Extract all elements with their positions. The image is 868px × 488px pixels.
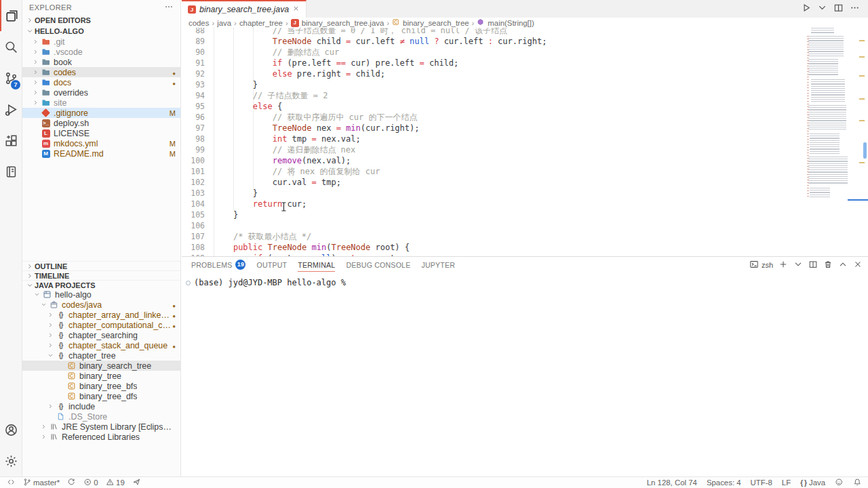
tab-binary-search-tree[interactable]: J binary_search_tree.java [182, 0, 307, 18]
activity-bar-item files-icon[interactable] [0, 0, 22, 31]
explorer-item-README.md[interactable]: MREADME.mdM [22, 148, 180, 159]
code-line-96[interactable]: 96 // 获取中序遍历中 cur 的下一个结点 [182, 112, 868, 123]
line-number[interactable]: 100 [182, 155, 209, 166]
line-text[interactable]: remove(nex.val); [209, 155, 351, 166]
java-project-item-ReferencedLibraries[interactable]: Referenced Libraries [22, 432, 180, 442]
line-text[interactable]: // 将 nex 的值复制给 cur [209, 166, 380, 177]
java-project-item-chapter_searching[interactable]: { }chapter_searching [22, 330, 180, 340]
line-text[interactable]: // 子结点数量 = 2 [209, 90, 328, 101]
code-editor[interactable]: 88 // 当子结点数量 = 0 / 1 时， child = null / 该… [182, 28, 868, 256]
line-text[interactable]: return cur; [209, 199, 307, 209]
line-number[interactable]: 105 [182, 209, 209, 220]
panel-tab-terminal[interactable]: TERMINAL [298, 257, 335, 272]
java-project-item-chapter_stack_and_queue[interactable]: { }chapter_stack_and_queue● [22, 340, 180, 350]
status-item-remote-icon[interactable] [7, 478, 16, 488]
line-number[interactable]: 101 [182, 166, 209, 177]
java-project-item-include[interactable]: { }include [22, 401, 180, 411]
panel-tab-output[interactable]: OUTPUT [256, 257, 287, 272]
line-number[interactable]: 108 [182, 242, 209, 253]
status-item-lf[interactable]: LF [782, 479, 791, 487]
line-text[interactable]: // 递归删除结点 nex [209, 144, 355, 155]
code-line-108[interactable]: 108 public TreeNode min(TreeNode root) { [182, 242, 868, 253]
panel-tab-debug-console[interactable]: DEBUG CONSOLE [346, 257, 410, 272]
java-project-item-binary_tree[interactable]: binary_tree [22, 371, 180, 381]
kill-terminal-icon[interactable] [823, 260, 833, 270]
close-tab-icon[interactable] [292, 5, 300, 14]
explorer-item-overrides[interactable]: overrides [22, 87, 180, 98]
line-number[interactable]: 89 [182, 36, 209, 47]
line-number[interactable]: 88 [182, 28, 209, 36]
java-project-item-binary_tree_bfs[interactable]: binary_tree_bfs [22, 381, 180, 391]
breadcrumb-item-binary_search_tree.java[interactable]: Jbinary_search_tree.java [291, 19, 384, 27]
status-item-ln-128-col-74[interactable]: Ln 128, Col 74 [647, 479, 697, 487]
status-item-utf-8[interactable]: UTF-8 [751, 479, 772, 487]
code-line-102[interactable]: 102 cur.val = tmp; [182, 177, 868, 188]
more-actions-icon[interactable] [850, 3, 860, 15]
breadcrumb-item-chapter_tree[interactable]: chapter_tree [239, 19, 283, 27]
section-timeline[interactable]: TIMELINE [22, 270, 180, 280]
status-item-error-icon[interactable]: 0 [83, 478, 98, 488]
java-project-item-.DS_Store[interactable]: .DS_Store [22, 411, 180, 422]
breadcrumb-item-java[interactable]: java [217, 19, 231, 27]
code-line-89[interactable]: 89 TreeNode child = cur.left ≠ null ? cu… [182, 36, 868, 47]
explorer-item-mkdocs.yml[interactable]: mmkdocs.ymlM [22, 138, 180, 148]
activity-bar-item run-debug-icon[interactable] [0, 94, 22, 125]
line-number[interactable]: 107 [182, 231, 209, 242]
explorer-item-.gitignore[interactable]: .gitignoreM [22, 108, 180, 118]
java-project-item-chapter_array_and_linkedlist[interactable]: { }chapter_array_and_linkedlist● [22, 310, 180, 320]
panel-tab-problems[interactable]: PROBLEMS19 [191, 257, 245, 272]
run-button[interactable] [801, 3, 811, 15]
code-line-100[interactable]: 100 remove(nex.val); [182, 155, 868, 166]
line-text[interactable]: } [209, 79, 258, 90]
activity-bar-item source-control-icon[interactable]: 7 [0, 62, 22, 94]
status-item-send-icon[interactable] [132, 478, 141, 488]
terminal-dropdown-icon[interactable] [793, 260, 803, 270]
run-dropdown-icon[interactable] [817, 3, 827, 15]
line-text[interactable]: TreeNode nex = min(cur.right); [209, 123, 419, 134]
panel-tab-jupyter[interactable]: JUPYTER [421, 257, 455, 272]
line-text[interactable] [209, 220, 214, 231]
line-text[interactable]: int tmp = nex.val; [209, 134, 361, 144]
status-item-warning-icon[interactable]: 19 [106, 478, 125, 488]
explorer-item-deploy.sh[interactable]: >_deploy.sh [22, 118, 180, 128]
line-number[interactable]: 99 [182, 144, 209, 155]
line-number[interactable]: 93 [182, 79, 209, 90]
activity-bar-item extensions-icon[interactable] [0, 125, 22, 156]
more-actions-icon[interactable] [164, 2, 174, 13]
line-text[interactable]: if (pre.left == cur) pre.left = child; [209, 58, 458, 68]
line-text[interactable]: TreeNode child = cur.left ≠ null ? cur.l… [209, 36, 547, 47]
line-text[interactable]: /* 获取最小结点 */ [209, 231, 311, 242]
activity-bar-item notebook-icon[interactable] [0, 156, 22, 187]
java-project-item-JRESystemLibraryEclipseTemurin1717...[interactable]: JRE System Library [Eclipse Temurin 17 [… [22, 422, 180, 432]
code-line-91[interactable]: 91 if (pre.left == cur) pre.left = child… [182, 58, 868, 68]
line-text[interactable]: cur.val = tmp; [209, 177, 341, 188]
section-java-projects[interactable]: JAVA PROJECTS [22, 280, 180, 289]
line-number[interactable]: 96 [182, 112, 209, 123]
explorer-item-site[interactable]: site [22, 98, 180, 108]
line-text[interactable]: else { [209, 101, 282, 112]
line-text[interactable]: // 当子结点数量 = 0 / 1 时， child = null / 该子结点 [209, 28, 507, 36]
java-project-item-chapter_tree[interactable]: { }chapter_tree [22, 350, 180, 361]
split-editor-icon[interactable] [833, 3, 844, 15]
code-line-107[interactable]: 107 /* 获取最小结点 */ [182, 231, 868, 242]
line-text[interactable]: public TreeNode min(TreeNode root) { [209, 242, 410, 253]
close-panel-icon[interactable] [853, 260, 863, 270]
split-terminal-icon[interactable] [808, 260, 818, 270]
line-text[interactable]: else pre.right = child; [209, 68, 385, 79]
code-line-99[interactable]: 99 // 递归删除结点 nex [182, 144, 868, 155]
section-open-editors[interactable]: OPEN EDITORS [22, 15, 180, 26]
explorer-item-.git[interactable]: .git [22, 37, 180, 47]
status-item-smiley-icon[interactable] [835, 478, 844, 488]
line-number[interactable]: 97 [182, 123, 209, 134]
breadcrumb-item-codes[interactable]: codes [189, 19, 209, 27]
explorer-item-book[interactable]: book [22, 57, 180, 67]
line-number[interactable]: 106 [182, 220, 209, 231]
terminal[interactable]: (base) jyd@JYD-MBP hello-algo % [182, 272, 868, 287]
maximize-panel-icon[interactable] [838, 260, 848, 270]
line-text[interactable]: } [209, 209, 238, 220]
line-number[interactable]: 102 [182, 177, 209, 188]
explorer-item-docs[interactable]: docs● [22, 77, 180, 87]
explorer-item-codes[interactable]: codes● [22, 67, 180, 77]
line-number[interactable]: 98 [182, 134, 209, 144]
line-number[interactable]: 104 [182, 199, 209, 209]
